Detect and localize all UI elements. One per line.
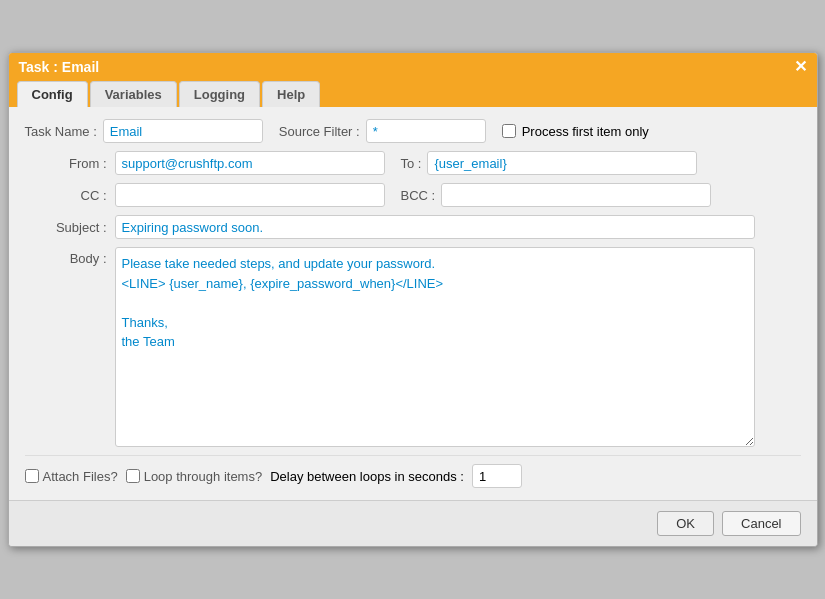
subject-row: Subject : bbox=[25, 215, 801, 239]
to-input[interactable] bbox=[427, 151, 697, 175]
tab-bar: Config Variables Logging Help bbox=[9, 81, 817, 107]
ok-button[interactable]: OK bbox=[657, 511, 714, 536]
to-label: To : bbox=[401, 156, 422, 171]
content-area: Task Name : Source Filter : Process firs… bbox=[9, 107, 817, 500]
delay-input[interactable] bbox=[472, 464, 522, 488]
bcc-label: BCC : bbox=[401, 188, 436, 203]
body-label: Body : bbox=[25, 247, 115, 266]
process-first-checkbox[interactable] bbox=[502, 124, 516, 138]
title-bar: Task : Email ✕ bbox=[9, 53, 817, 81]
process-first-label: Process first item only bbox=[522, 124, 649, 139]
attach-files-label: Attach Files? bbox=[43, 469, 118, 484]
attach-files-checkbox[interactable] bbox=[25, 469, 39, 483]
source-filter-label: Source Filter : bbox=[263, 124, 366, 139]
cc-row: CC : BCC : bbox=[25, 183, 801, 207]
tab-variables[interactable]: Variables bbox=[90, 81, 177, 107]
cc-input[interactable] bbox=[115, 183, 385, 207]
loop-items-checkbox[interactable] bbox=[126, 469, 140, 483]
bottom-options: Attach Files? Loop through items? Delay … bbox=[25, 455, 801, 488]
delay-label: Delay between loops in seconds : bbox=[270, 469, 464, 484]
attach-files-option: Attach Files? bbox=[25, 469, 118, 484]
cc-label: CC : bbox=[25, 188, 115, 203]
body-row: Body : Please take needed steps, and upd… bbox=[25, 247, 801, 447]
footer: OK Cancel bbox=[9, 500, 817, 546]
tab-help[interactable]: Help bbox=[262, 81, 320, 107]
bcc-input[interactable] bbox=[441, 183, 711, 207]
from-label: From : bbox=[25, 156, 115, 171]
task-name-label: Task Name : bbox=[25, 124, 103, 139]
task-name-input[interactable] bbox=[103, 119, 263, 143]
loop-items-option: Loop through items? bbox=[126, 469, 263, 484]
body-textarea[interactable]: Please take needed steps, and update you… bbox=[115, 247, 755, 447]
from-row: From : To : bbox=[25, 151, 801, 175]
subject-label: Subject : bbox=[25, 220, 115, 235]
subject-input[interactable] bbox=[115, 215, 755, 239]
cancel-button[interactable]: Cancel bbox=[722, 511, 800, 536]
close-button[interactable]: ✕ bbox=[794, 59, 807, 75]
process-first-row: Process first item only bbox=[502, 124, 649, 139]
from-input[interactable] bbox=[115, 151, 385, 175]
dialog-title: Task : Email bbox=[19, 59, 100, 75]
task-name-row: Task Name : Source Filter : Process firs… bbox=[25, 119, 801, 143]
source-filter-input[interactable] bbox=[366, 119, 486, 143]
dialog: Task : Email ✕ Config Variables Logging … bbox=[8, 52, 818, 547]
tab-config[interactable]: Config bbox=[17, 81, 88, 107]
tab-logging[interactable]: Logging bbox=[179, 81, 260, 107]
loop-items-label: Loop through items? bbox=[144, 469, 263, 484]
